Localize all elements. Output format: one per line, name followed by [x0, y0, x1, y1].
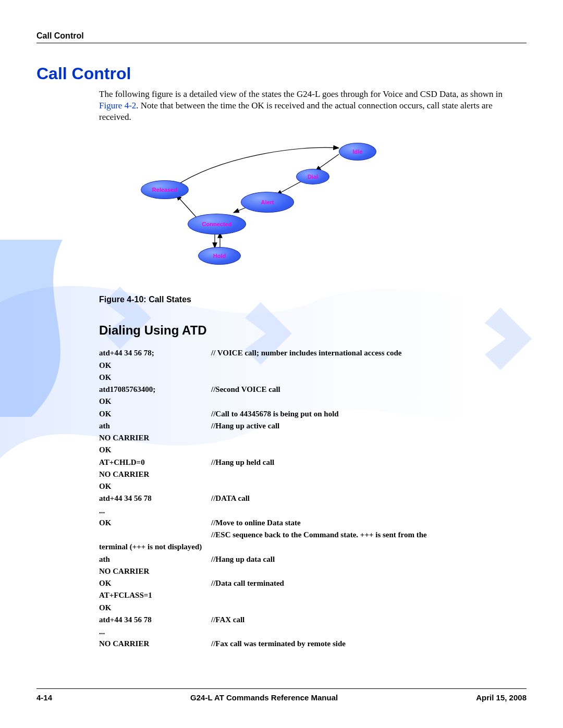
code-command	[99, 529, 211, 541]
code-comment: //Move to online Data state	[211, 517, 527, 529]
code-command: ath	[99, 553, 211, 565]
code-command: atd+44 34 56 78	[99, 614, 211, 626]
page-footer: 4-14 G24-L AT Commands Reference Manual …	[36, 688, 527, 702]
code-comment	[211, 480, 527, 492]
code-row: OK	[99, 396, 527, 408]
code-row: ...	[99, 626, 527, 638]
code-row: OK	[99, 602, 527, 614]
state-alert: Alert	[241, 192, 294, 213]
code-row: NO CARRIER//Fax call was terminated by r…	[99, 638, 527, 650]
code-row: OK	[99, 480, 527, 492]
figure-caption: Figure 4-10: Call States	[99, 295, 527, 304]
diagram-arrows	[36, 139, 527, 285]
code-command: NO CARRIER	[99, 565, 211, 577]
code-command: OK	[99, 602, 211, 614]
code-comment: //ESC sequence back to the Command state…	[211, 529, 527, 541]
code-command: OK	[99, 372, 211, 384]
code-comment	[211, 565, 527, 577]
code-comment	[211, 360, 527, 372]
code-command: OK	[99, 577, 211, 589]
code-row: OK	[99, 360, 527, 372]
state-connected: Connected	[188, 214, 246, 235]
figure-link[interactable]: Figure 4-2	[99, 101, 136, 110]
code-row: AT+FCLASS=1	[99, 589, 527, 601]
code-command: NO CARRIER	[99, 468, 211, 480]
code-command: AT+CHLD=0	[99, 456, 211, 468]
footer-manual-title: G24-L AT Commands Reference Manual	[190, 693, 338, 702]
code-row: terminal (+++ is not displayed)	[99, 541, 527, 553]
code-comment	[211, 602, 527, 614]
code-comment: //Call to 44345678 is being put on hold	[211, 408, 527, 420]
code-command: NO CARRIER	[99, 432, 211, 444]
code-command: ath	[99, 420, 211, 432]
code-row: NO CARRIER	[99, 432, 527, 444]
code-example: atd+44 34 56 78;// VOICE call; number in…	[99, 347, 527, 650]
code-command: OK	[99, 480, 211, 492]
code-row: ath//Hang up data call	[99, 553, 527, 565]
svg-line-0	[315, 154, 339, 171]
code-command: atd+44 34 56 78;	[99, 347, 211, 359]
code-row: ath//Hang up active call	[99, 420, 527, 432]
code-command: OK	[99, 517, 211, 529]
code-comment: // VOICE call; number includes internati…	[211, 347, 527, 359]
state-diagram: Idle Dial Released Alert Connected Hold	[36, 139, 527, 285]
code-command: AT+FCLASS=1	[99, 589, 211, 601]
code-command: ...	[99, 626, 211, 638]
intro-text-2: . Note that between the time the OK is r…	[99, 101, 493, 122]
section-heading: Call Control	[36, 64, 527, 83]
code-comment: //DATA call	[211, 492, 527, 504]
code-row: NO CARRIER	[99, 468, 527, 480]
code-row: OK	[99, 444, 527, 456]
code-comment: //Hang up active call	[211, 420, 527, 432]
code-comment	[211, 589, 527, 601]
header-title: Call Control	[36, 31, 84, 40]
code-row: atd+44 34 56 78;// VOICE call; number in…	[99, 347, 527, 359]
code-command: ...	[99, 505, 211, 517]
code-row: atd+44 34 56 78//FAX call	[99, 614, 527, 626]
code-row: NO CARRIER	[99, 565, 527, 577]
footer-date: April 15, 2008	[476, 693, 527, 702]
code-comment: //Data call terminated	[211, 577, 527, 589]
subsection-heading: Dialing Using ATD	[99, 323, 527, 338]
code-row: AT+CHLD=0//Hang up held call	[99, 456, 527, 468]
code-comment: //FAX call	[211, 614, 527, 626]
footer-page-number: 4-14	[36, 693, 52, 702]
code-comment	[211, 505, 527, 517]
code-row: OK//Move to online Data state	[99, 517, 527, 529]
code-row: OK//Call to 44345678 is being put on hol…	[99, 408, 527, 420]
code-row: //ESC sequence back to the Command state…	[99, 529, 527, 541]
code-command: OK	[99, 444, 211, 456]
code-command: atd17085763400;	[99, 384, 211, 396]
intro-paragraph: The following figure is a detailed view …	[99, 89, 527, 123]
code-row: atd17085763400;//Second VOICE call	[99, 384, 527, 396]
code-command: OK	[99, 396, 211, 408]
code-command: OK	[99, 360, 211, 372]
code-comment: //Hang up data call	[211, 553, 527, 565]
intro-text-1: The following figure is a detailed view …	[99, 89, 503, 99]
code-command: OK	[99, 408, 211, 420]
code-comment: //Hang up held call	[211, 456, 527, 468]
code-comment	[211, 626, 527, 638]
code-row: OK	[99, 372, 527, 384]
code-comment: //Fax call was terminated by remote side	[211, 638, 527, 650]
code-comment	[211, 432, 527, 444]
code-row: OK//Data call terminated	[99, 577, 527, 589]
code-comment	[211, 541, 527, 553]
code-command: NO CARRIER	[99, 638, 211, 650]
code-comment	[211, 372, 527, 384]
code-command: atd+44 34 56 78	[99, 492, 211, 504]
code-row: ...	[99, 505, 527, 517]
code-command: terminal (+++ is not displayed)	[99, 541, 211, 553]
page-header: Call Control	[36, 31, 527, 43]
code-comment: //Second VOICE call	[211, 384, 527, 396]
code-comment	[211, 444, 527, 456]
code-row: atd+44 34 56 78//DATA call	[99, 492, 527, 504]
code-comment	[211, 468, 527, 480]
code-comment	[211, 396, 527, 408]
